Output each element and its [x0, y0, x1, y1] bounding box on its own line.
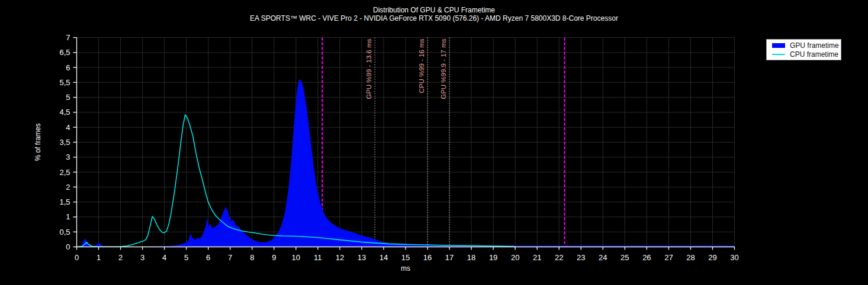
x-tick-label: 5 [184, 253, 188, 262]
y-axis-title: % of frames [34, 123, 42, 161]
x-tick-label: 28 [686, 253, 695, 262]
x-tick-label: 29 [708, 253, 716, 262]
x-tick-label: 16 [423, 253, 432, 262]
x-tick-label: 9 [272, 253, 276, 262]
y-tick-label: 4,5 [59, 108, 70, 116]
x-tick-label: 10 [292, 253, 300, 262]
x-tick-label: 26 [642, 253, 651, 262]
x-tick-label: 13 [358, 253, 366, 262]
x-tick-label: 7 [228, 253, 232, 262]
x-tick-label: 24 [599, 253, 607, 262]
x-axis-title: ms [401, 264, 410, 273]
x-tick-label: 30 [730, 253, 738, 262]
y-tick-label: 2 [66, 183, 70, 192]
y-tick-label: 5 [66, 93, 70, 102]
x-tick-label: 23 [577, 253, 585, 262]
x-tick-label: 1 [97, 253, 101, 262]
legend-label-gpu: GPU frametime [790, 42, 839, 49]
y-tick-label: 0 [66, 242, 70, 251]
legend: GPU frametime CPU frametime [766, 39, 841, 60]
y-tick-label: 2,5 [59, 168, 70, 177]
cpu-line-swatch-icon [772, 54, 785, 55]
legend-entry-gpu: GPU frametime [772, 42, 841, 49]
legend-entry-cpu: CPU frametime [772, 51, 841, 58]
x-tick-label: 17 [445, 253, 454, 262]
y-tick-label: 3,5 [59, 138, 70, 147]
x-tick-label: 11 [314, 253, 322, 262]
percentile-label: CPU %99 - 16 ms [418, 38, 425, 93]
y-tick-label: 4 [66, 123, 70, 132]
y-tick-label: 5,5 [59, 78, 70, 87]
gpu-area-swatch-icon [772, 43, 785, 48]
percentile-label: GPU %99.9 - 17 ms [440, 38, 447, 99]
x-tick-label: 20 [511, 253, 519, 262]
x-tick-label: 22 [555, 253, 563, 262]
y-tick-label: 3 [66, 153, 70, 161]
x-tick-label: 2 [118, 253, 123, 262]
x-tick-label: 14 [380, 253, 388, 262]
x-tick-label: 21 [533, 253, 541, 262]
y-tick-label: 1 [66, 212, 70, 221]
frametime-distribution-chart: Distribution Of GPU & CPU Frametime EA S… [0, 0, 868, 285]
y-tick-label: 6,5 [59, 48, 70, 57]
y-tick-label: 7 [66, 33, 70, 42]
x-tick-label: 12 [336, 253, 344, 262]
y-tick-label: 6 [66, 63, 70, 72]
x-tick-label: 4 [162, 253, 166, 262]
x-tick-label: 15 [401, 253, 410, 262]
x-tick-label: 18 [467, 253, 475, 262]
x-tick-label: 3 [140, 253, 144, 262]
legend-label-cpu: CPU frametime [790, 51, 838, 58]
x-tick-label: 0 [75, 253, 79, 262]
x-tick-label: 19 [489, 253, 497, 262]
y-tick-label: 1,5 [59, 197, 70, 206]
x-tick-label: 8 [250, 253, 254, 262]
x-tick-label: 6 [206, 253, 210, 262]
y-tick-label: 0,5 [59, 228, 70, 237]
percentile-label: GPU %99 - 13.6 ms [365, 38, 372, 99]
plot-area: GPU %99 - 13.6 msCPU %99 - 16 msGPU %99.… [0, 0, 868, 285]
x-tick-label: 25 [621, 253, 629, 262]
x-tick-label: 27 [664, 253, 673, 262]
